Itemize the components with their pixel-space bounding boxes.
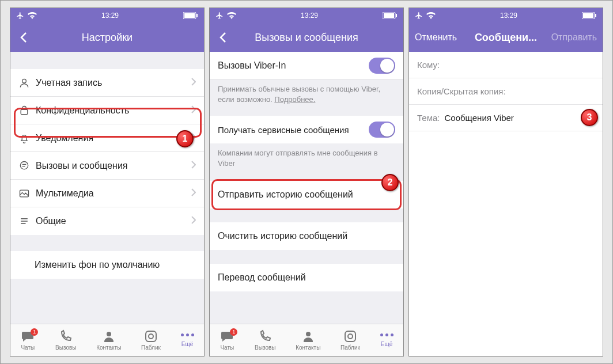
tab-chats[interactable]: 1 Чаты xyxy=(220,329,234,351)
chevron-right-icon xyxy=(191,216,196,226)
header: Отменить Сообщени... Отправить xyxy=(409,23,603,52)
tab-contacts[interactable]: Контакты xyxy=(296,329,320,351)
tab-label: Вызовы xyxy=(255,344,275,351)
row-label: Уведомления xyxy=(36,133,191,143)
tab-label: Ещё xyxy=(181,341,193,347)
badge: 1 xyxy=(31,328,38,336)
tab-chats[interactable]: 1 Чаты xyxy=(20,329,35,351)
field-label: Копия/Скрытая копия: xyxy=(417,86,506,96)
row-notifications[interactable]: Уведомления xyxy=(10,124,204,152)
settings-list: Учетная запись Конфиденциальность Уведом… xyxy=(10,52,204,324)
row-label: Общие xyxy=(36,216,191,226)
row-send-history[interactable]: Отправить историю сообщений xyxy=(210,181,403,208)
back-button[interactable] xyxy=(215,30,230,45)
header: Вызовы и сообщения xyxy=(210,23,403,52)
row-label: Учетная запись xyxy=(36,78,191,88)
row-translate[interactable]: Перевод сообщений xyxy=(210,264,403,291)
field-label: Кому: xyxy=(417,60,440,70)
chevron-right-icon xyxy=(191,161,196,171)
tab-more[interactable]: Ещё xyxy=(380,333,393,347)
row-account[interactable]: Учетная запись xyxy=(10,69,204,97)
status-bar: 13:29 xyxy=(210,8,403,23)
tab-public[interactable]: Паблик xyxy=(340,329,360,351)
hint-viber-in: Принимать обычные вызовы с помощью Viber… xyxy=(210,79,403,107)
row-general[interactable]: Общие xyxy=(10,207,204,235)
phone-icon xyxy=(258,329,272,343)
learn-more-link[interactable]: Подробнее. xyxy=(274,95,315,104)
more-dots-icon xyxy=(380,333,393,336)
wifi-icon xyxy=(426,12,436,19)
tab-label: Контакты xyxy=(296,344,320,351)
field-cc-bcc[interactable]: Копия/Скрытая копия: xyxy=(409,78,603,105)
status-bar: 13:29 xyxy=(10,8,204,23)
battery-icon xyxy=(183,12,198,19)
row-media[interactable]: Мультимедиа xyxy=(10,180,204,207)
row-service-messages[interactable]: Получать сервисные сообщения xyxy=(210,116,403,143)
row-viber-in[interactable]: Вызовы Viber-In xyxy=(210,52,403,79)
header-title: Настройки xyxy=(82,32,133,44)
tab-label: Чаты xyxy=(21,344,35,351)
step-marker-3: 3 xyxy=(581,109,598,126)
person-icon xyxy=(18,77,36,89)
step-marker-1: 1 xyxy=(176,130,194,147)
tab-more[interactable]: Ещё xyxy=(181,333,194,347)
row-label: Конфиденциальность xyxy=(36,105,191,116)
calls-messages-list: Вызовы Viber-In Принимать обычные вызовы… xyxy=(210,52,403,324)
svg-point-13 xyxy=(306,332,311,336)
field-subject[interactable]: Тема: Сообщения Viber xyxy=(409,105,603,131)
tab-public[interactable]: Паблик xyxy=(141,329,161,351)
header: Настройки xyxy=(10,23,204,52)
contact-icon xyxy=(301,329,315,343)
svg-rect-1 xyxy=(184,13,195,18)
row-label: Вызовы Viber-In xyxy=(218,60,369,71)
chevron-right-icon xyxy=(191,78,196,88)
cancel-button[interactable]: Отменить xyxy=(415,32,457,43)
public-icon xyxy=(343,329,357,343)
tab-label: Вызовы xyxy=(55,344,76,351)
toggle-on[interactable] xyxy=(369,122,395,138)
row-default-background[interactable]: Изменить фон по умолчанию xyxy=(10,251,204,279)
send-button[interactable]: Отправить xyxy=(551,32,597,43)
tab-bar: 1 Чаты Вызовы Контакты Паблик Ещё xyxy=(210,324,403,356)
phone-settings: 13:29 Настройки Учетная запись Конфиденц… xyxy=(10,7,205,357)
field-to[interactable]: Кому: xyxy=(409,52,603,78)
svg-rect-8 xyxy=(146,331,156,342)
tab-calls[interactable]: Вызовы xyxy=(55,329,76,351)
phone-icon xyxy=(59,329,73,343)
chat-icon xyxy=(18,160,36,172)
row-label: Очистить историю сообщений xyxy=(218,231,395,241)
svg-rect-17 xyxy=(583,13,593,18)
tab-label: Чаты xyxy=(220,344,234,351)
tab-bar: 1 Чаты Вызовы Контакты Паблик Ещё xyxy=(10,324,204,356)
tab-label: Ещё xyxy=(381,341,392,347)
tab-calls[interactable]: Вызовы xyxy=(255,329,275,351)
row-label: Изменить фон по умолчанию xyxy=(35,260,196,270)
row-label: Мультимедиа xyxy=(36,188,191,199)
row-clear-history[interactable]: Очистить историю сообщений xyxy=(210,222,403,250)
badge: 1 xyxy=(230,328,237,336)
compose-body: Кому: Копия/Скрытая копия: Тема: Сообщен… xyxy=(409,52,603,356)
tab-contacts[interactable]: Контакты xyxy=(96,329,121,351)
phone-calls-messages: 13:29 Вызовы и сообщения Вызовы Viber-In… xyxy=(209,7,404,357)
battery-icon xyxy=(582,12,597,19)
svg-rect-11 xyxy=(384,13,394,18)
media-icon xyxy=(18,188,36,199)
public-icon xyxy=(144,329,158,343)
svg-rect-14 xyxy=(345,331,355,342)
bell-icon xyxy=(18,132,36,144)
row-label: Перевод сообщений xyxy=(218,272,395,283)
back-button[interactable] xyxy=(16,30,31,45)
tab-label: Паблик xyxy=(340,344,360,351)
more-dots-icon xyxy=(181,333,194,336)
svg-rect-4 xyxy=(21,109,28,114)
row-privacy[interactable]: Конфиденциальность xyxy=(10,97,204,124)
svg-point-3 xyxy=(22,79,27,83)
status-time: 13:29 xyxy=(101,12,119,20)
list-icon xyxy=(18,215,36,227)
header-title: Вызовы и сообщения xyxy=(255,32,358,44)
airplane-icon xyxy=(16,12,24,20)
toggle-on[interactable] xyxy=(369,58,395,74)
battery-icon xyxy=(383,12,398,19)
row-calls-messages[interactable]: Вызовы и сообщения xyxy=(10,152,204,180)
chevron-right-icon xyxy=(191,105,196,116)
